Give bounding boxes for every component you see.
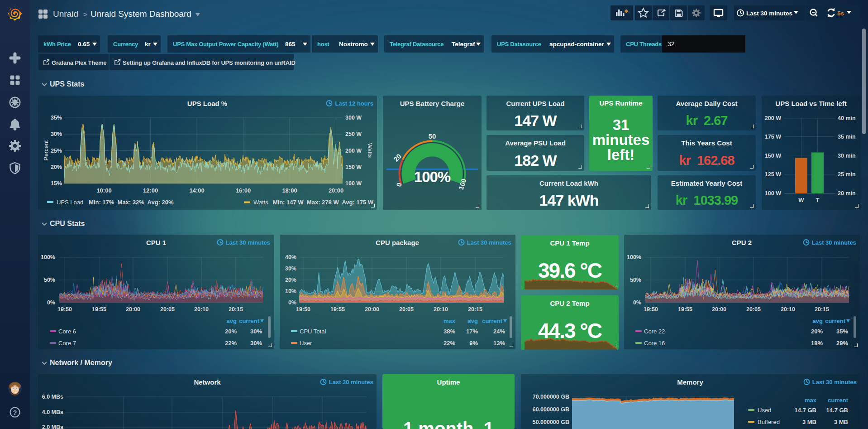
svg-text:50: 50	[429, 132, 436, 140]
